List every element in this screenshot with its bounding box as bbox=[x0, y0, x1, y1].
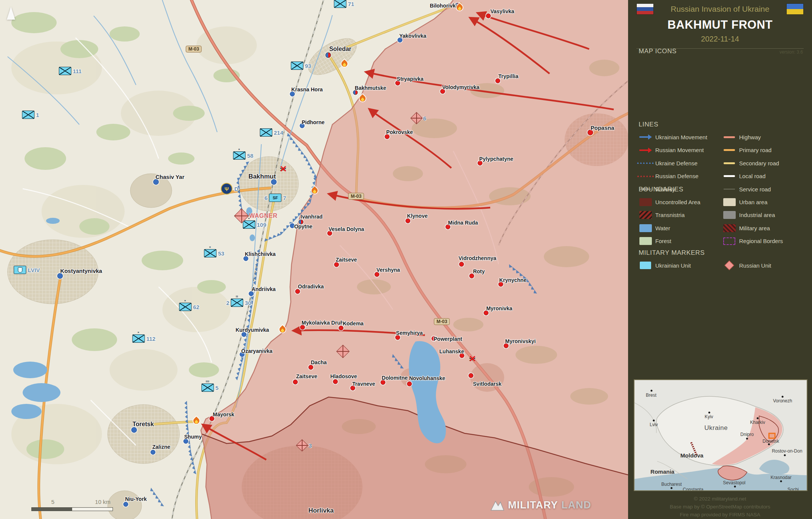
minimap-label-kyiv: Kyiv bbox=[705, 414, 713, 419]
minimap-label-constanta: Constanta bbox=[683, 487, 704, 491]
header-title: Russian Invasion of Ukraine bbox=[658, 5, 783, 14]
minimap-label-ukraine: Ukraine bbox=[704, 424, 728, 432]
minimap-dot-voronezh bbox=[782, 396, 784, 398]
legend-label-industrial-area: Industrial area bbox=[739, 212, 803, 218]
minimap-label-rostov-on-don: Rostov-on-Don bbox=[772, 448, 803, 454]
ukraine-flag-icon bbox=[786, 3, 804, 15]
minimap-label-sochi: Sochi bbox=[787, 487, 799, 491]
app: SoledarBakhmutskeBilohorivkaIvanhradBakh… bbox=[0, 0, 812, 519]
minimap-dot-brest bbox=[651, 390, 653, 392]
legend-label-water: Water bbox=[655, 225, 720, 231]
scale-bar bbox=[31, 507, 113, 511]
industrial-area-icon bbox=[722, 211, 736, 219]
section-military-markers: MILITARY MARKERS Ukrainian UnitRussian U… bbox=[639, 249, 803, 270]
section-title-military-markers: MILITARY MARKERS bbox=[639, 249, 803, 257]
section-boundaries: BOUNDARIES Uncontrolled AreaUrban areaTr… bbox=[639, 186, 803, 245]
russia-flag-icon bbox=[636, 3, 654, 15]
minimap-label-sevastopol: Sevastopol bbox=[723, 480, 745, 485]
legend-label-military-area: Military area bbox=[739, 225, 803, 231]
minimap-label-krasnodar: Krasnodar bbox=[770, 475, 791, 480]
map-date: 2022-11-14 bbox=[628, 35, 812, 43]
highway-icon bbox=[722, 133, 736, 141]
basemap-svg bbox=[0, 0, 628, 519]
legend-label-uncontrolled-area: Uncontrolled Area bbox=[655, 199, 720, 205]
sidebar-header: Russian Invasion of Ukraine BAKHMUT FRON… bbox=[628, 0, 812, 55]
minimap-label-kharkiv: Kharkiv bbox=[750, 420, 765, 425]
minimap-dot-bucharest bbox=[671, 487, 673, 489]
section-lines: LINES Ukrainian MovementHighwayRussian M… bbox=[639, 121, 803, 193]
ukrainian-unit-icon bbox=[639, 261, 652, 270]
minimap-label-dnipro: Dnipro bbox=[740, 432, 753, 437]
minimap-label-lviv: Lviv bbox=[650, 422, 658, 427]
map-canvas: SoledarBakhmutskeBilohorivkaIvanhradBakh… bbox=[0, 0, 628, 519]
legend-label-primary-road: Primary road bbox=[739, 147, 803, 153]
section-title-boundaries: BOUNDARIES bbox=[639, 186, 803, 193]
scale-label-full: 10 km bbox=[95, 499, 111, 505]
watermark-strong: MILITARY bbox=[508, 499, 558, 511]
credit-line: Base map by © OpenStreetMap contributors bbox=[628, 503, 812, 511]
legend-sidebar: Russian Invasion of Ukraine BAKHMUT FRON… bbox=[628, 0, 812, 519]
legend-label-highway: Highway bbox=[739, 134, 803, 140]
north-arrow-icon bbox=[7, 7, 15, 20]
legend-label-russian-movement: Russian Movement bbox=[655, 147, 720, 153]
primary-road-icon bbox=[722, 146, 736, 154]
minimap-focus-box bbox=[769, 433, 775, 438]
legend-label-local-road: Local road bbox=[739, 173, 803, 179]
militaryland-logo-icon bbox=[490, 499, 505, 511]
legend-label-urban-area: Urban area bbox=[739, 199, 803, 205]
minimap-label-voronezh: Voronezh bbox=[773, 398, 792, 403]
local-road-icon bbox=[722, 172, 736, 180]
watermark-light: LAND bbox=[561, 499, 591, 511]
minimap-dot-dnipro bbox=[746, 438, 748, 440]
front-title: BAKHMUT FRONT bbox=[628, 18, 812, 32]
legend-label-forest: Forest bbox=[655, 238, 720, 244]
ukrainian-movement-icon bbox=[639, 133, 652, 141]
uncontrolled-area-icon bbox=[639, 198, 652, 206]
legend-label-russian-unit: Russian Unit bbox=[739, 262, 803, 269]
section-map-icons: MAP ICONS bbox=[639, 48, 803, 60]
minimap-label-moldova: Moldova bbox=[681, 452, 704, 459]
russian-unit-icon bbox=[722, 261, 736, 270]
scale-label-half: 5 bbox=[51, 499, 54, 505]
credits: © 2022 militaryland.net Base map by © Op… bbox=[628, 495, 812, 519]
watermark: MILITARYLAND bbox=[490, 499, 591, 511]
military-area-icon bbox=[722, 224, 736, 232]
credit-line: © 2022 militaryland.net bbox=[628, 495, 812, 503]
legend-label-ukrainian-unit: Ukrainian Unit bbox=[655, 262, 720, 269]
minimap-dot-lviv bbox=[653, 420, 655, 422]
minimap-dot-kyiv bbox=[709, 412, 710, 414]
regional-borders-icon bbox=[722, 237, 736, 245]
overview-minimap: BrestVoronezhKyivLvivKharkivUkraineDnipr… bbox=[634, 379, 807, 491]
minimap-label-brest: Brest bbox=[646, 393, 656, 398]
russian-movement-icon bbox=[639, 146, 652, 154]
minimap-dot-sevastopol bbox=[734, 486, 736, 488]
legend-label-regional-borders: Regional Borders bbox=[739, 238, 803, 244]
minimap-dot-rostov-on-don bbox=[784, 454, 786, 456]
legend-label-ukrainian-movement: Ukrainian Movement bbox=[655, 134, 720, 140]
russian-defense-icon: ▲▲▲▲▲▲ bbox=[639, 172, 652, 180]
forest-icon bbox=[639, 237, 652, 245]
minimap-dot-krasnodar bbox=[780, 480, 782, 482]
legend-label-secondary-road: Secondary road bbox=[739, 160, 803, 166]
ukraine-defense-icon: ▲▲▲▲▲▲ bbox=[639, 159, 652, 167]
credit-line: Fire map provided by FIRMS NASA bbox=[628, 511, 812, 519]
secondary-road-icon bbox=[722, 159, 736, 167]
minimap-dot-kharkiv bbox=[757, 417, 759, 419]
transnistria-icon bbox=[639, 211, 652, 219]
minimap-label-donetsk: Donetsk bbox=[763, 439, 779, 444]
legend-label-ukraine-defense: Ukraine Defense bbox=[655, 160, 720, 166]
legend-label-russian-defense: Russian Defense bbox=[655, 173, 720, 179]
section-title-lines: LINES bbox=[639, 121, 803, 128]
section-title-map-icons: MAP ICONS bbox=[639, 48, 803, 55]
minimap-label-bucharest: Bucharest bbox=[661, 482, 682, 487]
urban-area-icon bbox=[722, 198, 736, 206]
legend-label-transnistria: Transnistria bbox=[655, 212, 720, 218]
minimap-label-romania: Romania bbox=[650, 468, 674, 475]
water-icon bbox=[639, 224, 652, 232]
